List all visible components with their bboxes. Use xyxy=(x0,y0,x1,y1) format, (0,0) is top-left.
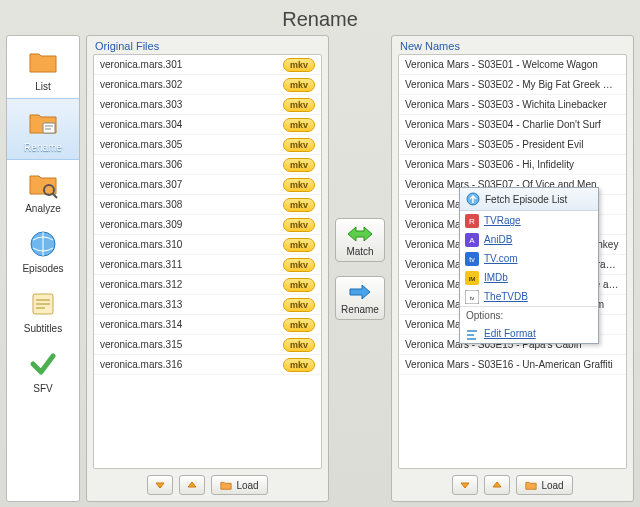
svg-rect-15 xyxy=(467,330,477,332)
list-item[interactable]: Veronica Mars - S03E16 - Un-American Gra… xyxy=(399,355,626,375)
popup-source-anidb[interactable]: AAniDB xyxy=(460,230,598,249)
new-names-title: New Names xyxy=(392,36,633,54)
popup-source-label: AniDB xyxy=(484,234,512,245)
ext-badge: mkv xyxy=(283,198,315,212)
list-item[interactable]: Veronica Mars - S03E01 - Welcome Wagon xyxy=(399,55,626,75)
ext-badge: mkv xyxy=(283,58,315,72)
ext-badge: mkv xyxy=(283,258,315,272)
load-button-right[interactable]: Load xyxy=(516,475,572,495)
sidebar-item-analyze[interactable]: Analyze xyxy=(7,160,79,220)
popup-edit-format-label: Edit Format xyxy=(484,328,536,339)
sidebar: ListRenameAnalyzeEpisodesSubtitlesSFV xyxy=(6,35,80,502)
popup-source-tvcom[interactable]: tvTV.com xyxy=(460,249,598,268)
ext-badge: mkv xyxy=(283,218,315,232)
sidebar-item-label: Rename xyxy=(9,142,77,153)
svg-text:IM: IM xyxy=(469,276,476,282)
popup-source-label: IMDb xyxy=(484,272,508,283)
source-icon: A xyxy=(465,233,479,247)
source-icon: R xyxy=(465,214,479,228)
sidebar-item-label: List xyxy=(9,81,77,92)
svg-rect-0 xyxy=(43,123,55,133)
sidebar-item-episodes[interactable]: Episodes xyxy=(7,220,79,280)
load-label: Load xyxy=(236,480,258,491)
ext-badge: mkv xyxy=(283,318,315,332)
fetch-episode-popup: Fetch Episode List RTVRageAAniDBtvTV.com… xyxy=(459,187,599,344)
load-label: Load xyxy=(541,480,563,491)
ext-badge: mkv xyxy=(283,358,315,372)
popup-source-thetvdb[interactable]: tvTheTVDB xyxy=(460,287,598,306)
list-item[interactable]: veronica.mars.305mkv xyxy=(94,135,321,155)
list-item[interactable]: veronica.mars.302mkv xyxy=(94,75,321,95)
sfv-icon xyxy=(27,348,59,380)
episodes-icon xyxy=(27,228,59,260)
load-button-left[interactable]: Load xyxy=(211,475,267,495)
sidebar-item-rename[interactable]: Rename xyxy=(7,98,79,160)
match-button[interactable]: Match xyxy=(335,218,385,262)
rename-button[interactable]: Rename xyxy=(335,276,385,320)
match-label: Match xyxy=(338,246,382,257)
svg-rect-17 xyxy=(467,338,476,340)
move-up-button[interactable] xyxy=(484,475,510,495)
list-item[interactable]: veronica.mars.313mkv xyxy=(94,295,321,315)
list-item[interactable]: veronica.mars.309mkv xyxy=(94,215,321,235)
source-icon: IM xyxy=(465,271,479,285)
ext-badge: mkv xyxy=(283,298,315,312)
svg-text:R: R xyxy=(469,217,475,226)
ext-badge: mkv xyxy=(283,158,315,172)
svg-rect-16 xyxy=(467,334,474,336)
popup-source-label: TV.com xyxy=(484,253,518,264)
analyze-icon xyxy=(27,168,59,200)
list-item[interactable]: veronica.mars.304mkv xyxy=(94,115,321,135)
sidebar-item-label: Analyze xyxy=(9,203,77,214)
ext-badge: mkv xyxy=(283,178,315,192)
popup-options-label: Options: xyxy=(460,306,598,324)
list-item[interactable]: veronica.mars.301mkv xyxy=(94,55,321,75)
source-icon: tv xyxy=(465,252,479,266)
list-item[interactable]: veronica.mars.314mkv xyxy=(94,315,321,335)
ext-badge: mkv xyxy=(283,138,315,152)
list-item[interactable]: veronica.mars.306mkv xyxy=(94,155,321,175)
left-footer: Load xyxy=(87,469,328,501)
list-item[interactable]: veronica.mars.315mkv xyxy=(94,335,321,355)
move-down-button[interactable] xyxy=(452,475,478,495)
list-item[interactable]: Veronica Mars - S03E03 - Wichita Linebac… xyxy=(399,95,626,115)
list-item[interactable]: Veronica Mars - S03E06 - Hi, Infidelity xyxy=(399,155,626,175)
ext-badge: mkv xyxy=(283,338,315,352)
list-item[interactable]: veronica.mars.312mkv xyxy=(94,275,321,295)
list-item[interactable]: veronica.mars.311mkv xyxy=(94,255,321,275)
sidebar-item-list[interactable]: List xyxy=(7,38,79,98)
popup-source-imdb[interactable]: IMIMDb xyxy=(460,268,598,287)
list-item[interactable]: Veronica Mars - S03E04 - Charlie Don't S… xyxy=(399,115,626,135)
list-item[interactable]: veronica.mars.308mkv xyxy=(94,195,321,215)
list-item[interactable]: veronica.mars.307mkv xyxy=(94,175,321,195)
svg-text:tv: tv xyxy=(470,295,475,301)
sidebar-item-sfv[interactable]: SFV xyxy=(7,340,79,400)
ext-badge: mkv xyxy=(283,278,315,292)
popup-edit-format[interactable]: Edit Format xyxy=(460,324,598,343)
sidebar-item-label: Episodes xyxy=(9,263,77,274)
list-item[interactable]: veronica.mars.310mkv xyxy=(94,235,321,255)
ext-badge: mkv xyxy=(283,238,315,252)
move-down-button[interactable] xyxy=(147,475,173,495)
move-up-button[interactable] xyxy=(179,475,205,495)
list-item[interactable]: veronica.mars.316mkv xyxy=(94,355,321,375)
sidebar-item-subtitles[interactable]: Subtitles xyxy=(7,280,79,340)
sidebar-item-label: Subtitles xyxy=(9,323,77,334)
original-files-list[interactable]: veronica.mars.301mkvveronica.mars.302mkv… xyxy=(93,54,322,469)
popup-header-label: Fetch Episode List xyxy=(485,194,567,205)
middle-column: Match Rename xyxy=(333,35,387,502)
popup-header: Fetch Episode List xyxy=(460,188,598,211)
list-item[interactable]: veronica.mars.303mkv xyxy=(94,95,321,115)
list-item[interactable]: Veronica Mars - S03E02 - My Big Fat Gree… xyxy=(399,75,626,95)
list-item[interactable]: Veronica Mars - S03E05 - President Evil xyxy=(399,135,626,155)
sidebar-item-label: SFV xyxy=(9,383,77,394)
ext-badge: mkv xyxy=(283,78,315,92)
list-icon xyxy=(27,46,59,78)
right-footer: Load xyxy=(392,469,633,501)
ext-badge: mkv xyxy=(283,118,315,132)
popup-source-tvrage[interactable]: RTVRage xyxy=(460,211,598,230)
rename-icon xyxy=(27,107,59,139)
edit-format-icon xyxy=(465,327,479,341)
original-files-title: Original Files xyxy=(87,36,328,54)
popup-source-label: TheTVDB xyxy=(484,291,528,302)
